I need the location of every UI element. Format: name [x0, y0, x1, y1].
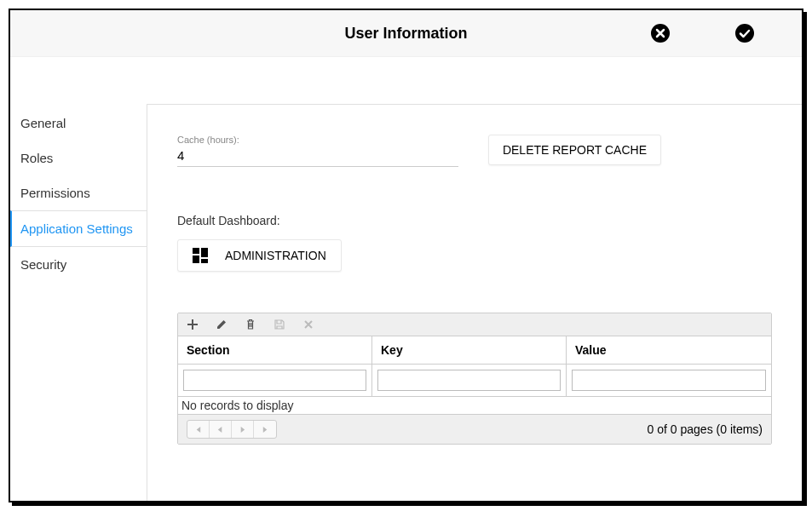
user-info-window: User Information General Roles Permissio… [9, 9, 803, 502]
dashboard-button[interactable]: ADMINISTRATION [177, 239, 342, 272]
cache-row: Cache (hours): DELETE REPORT CACHE [177, 135, 772, 167]
sidebar-item-roles[interactable]: Roles [10, 141, 147, 175]
delete-cache-button[interactable]: DELETE REPORT CACHE [488, 135, 661, 165]
filter-value-input[interactable] [572, 370, 766, 391]
svg-point-1 [735, 24, 754, 43]
grid-header: Section Key Value [178, 336, 771, 365]
cache-field: Cache (hours): [177, 135, 458, 167]
sidebar-item-permissions[interactable]: Permissions [10, 175, 147, 210]
save-icon [274, 319, 285, 330]
column-header-value[interactable]: Value [567, 336, 771, 364]
pager-next-icon[interactable] [232, 421, 254, 438]
pager-info: 0 of 0 pages (0 items) [648, 422, 763, 436]
pager-first-icon[interactable] [187, 421, 210, 438]
page-title: User Information [344, 25, 467, 43]
svg-rect-3 [201, 248, 208, 257]
dashboard-icon [193, 248, 208, 263]
svg-rect-5 [201, 259, 208, 263]
svg-rect-4 [193, 256, 199, 263]
pager-last-icon[interactable] [254, 421, 276, 438]
sidebar: General Roles Permissions Application Se… [10, 104, 147, 501]
grid-filter-row [178, 365, 771, 397]
sidebar-item-application-settings[interactable]: Application Settings [10, 210, 147, 247]
column-header-key[interactable]: Key [372, 336, 567, 364]
close-icon[interactable] [650, 23, 671, 43]
add-icon[interactable] [187, 319, 199, 330]
sidebar-item-security[interactable]: Security [10, 247, 147, 282]
column-header-section[interactable]: Section [178, 336, 372, 364]
filter-key-input[interactable] [377, 370, 561, 391]
cache-input[interactable] [177, 146, 458, 167]
header: User Information [10, 10, 802, 57]
header-spacer [10, 57, 802, 104]
dashboard-button-label: ADMINISTRATION [225, 249, 326, 262]
header-actions [650, 23, 755, 43]
grid-footer: 0 of 0 pages (0 items) [178, 414, 771, 444]
pager-prev-icon[interactable] [210, 421, 232, 438]
grid-toolbar [178, 313, 771, 336]
edit-icon[interactable] [216, 319, 227, 330]
sidebar-item-general[interactable]: General [10, 106, 147, 141]
filter-section-input[interactable] [183, 370, 366, 391]
cache-label: Cache (hours): [177, 135, 458, 145]
content: Cache (hours): DELETE REPORT CACHE Defau… [147, 104, 802, 501]
dashboard-label: Default Dashboard: [177, 214, 772, 227]
confirm-icon[interactable] [734, 23, 755, 43]
pager [187, 420, 277, 439]
svg-rect-2 [193, 248, 199, 254]
body: General Roles Permissions Application Se… [10, 104, 802, 501]
delete-icon[interactable] [245, 319, 256, 330]
cancel-icon [302, 319, 314, 330]
grid-empty-text: No records to display [178, 397, 771, 414]
settings-grid: Section Key Value No records to display [177, 313, 772, 445]
